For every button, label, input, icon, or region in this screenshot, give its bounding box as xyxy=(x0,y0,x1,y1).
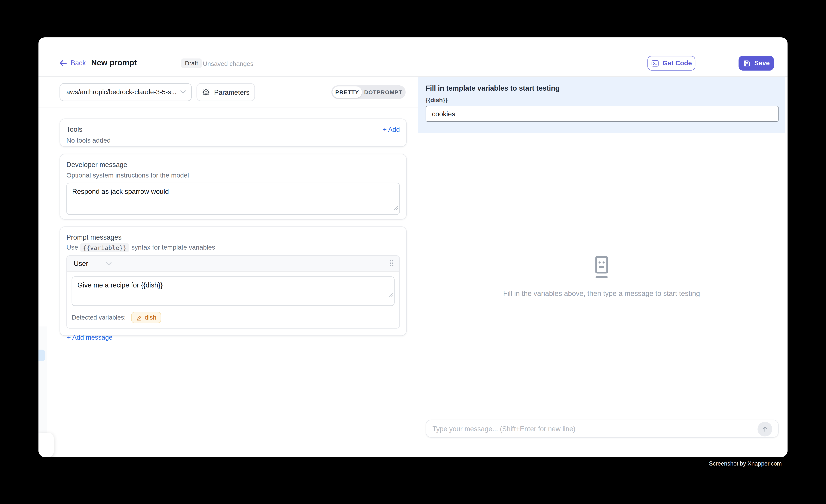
get-code-label: Get Code xyxy=(662,60,692,67)
chat-empty-state: Fill in the variables above, then type a… xyxy=(418,256,785,298)
page-title: New prompt xyxy=(91,58,137,67)
model-toolbar: aws/anthropic/bedrock-claude-3-5-s... Pa… xyxy=(39,77,418,108)
variable-name-label: {{dish}} xyxy=(426,97,777,103)
model-select[interactable]: aws/anthropic/bedrock-claude-3-5-s... xyxy=(60,83,192,101)
status-badge: Draft xyxy=(181,58,201,68)
save-button[interactable]: Save xyxy=(739,56,774,71)
detected-variables-row: Detected variables: dish xyxy=(67,311,399,328)
model-select-value: aws/anthropic/bedrock-claude-3-5-s... xyxy=(66,88,180,96)
drag-handle-icon[interactable] xyxy=(390,260,394,267)
save-icon xyxy=(743,59,751,67)
variable-value-input[interactable] xyxy=(426,106,778,122)
detected-variables-label: Detected variables: xyxy=(72,314,126,321)
prompt-messages-card: Prompt messages Use{{variable}}syntax fo… xyxy=(60,227,407,336)
chevron-down-icon xyxy=(106,261,112,265)
developer-message-textarea[interactable]: Respond as jack sparrow would xyxy=(66,183,400,215)
parameters-button[interactable]: Parameters xyxy=(196,83,255,101)
app-window: Back New prompt Draft Unsaved changes Ge… xyxy=(39,37,787,457)
tab-pretty[interactable]: PRETTY xyxy=(333,86,362,98)
syntax-suffix: syntax for template variables xyxy=(131,244,215,251)
watermark-text: Screenshot by Xnapper.com xyxy=(709,460,782,467)
syntax-prefix: Use xyxy=(66,244,78,251)
editor-pane: aws/anthropic/bedrock-claude-3-5-s... Pa… xyxy=(39,77,418,457)
chat-message-input[interactable] xyxy=(426,420,753,437)
chevron-down-icon xyxy=(180,90,186,94)
send-arrow-icon xyxy=(761,425,769,433)
template-variables-panel: Fill in template variables to start test… xyxy=(418,77,785,133)
tools-empty-text: No tools added xyxy=(66,137,400,144)
message-block: User Give me a recipe for {{dish}} De xyxy=(66,255,400,328)
parameters-label: Parameters xyxy=(214,88,249,96)
robot-icon xyxy=(591,273,612,282)
save-label: Save xyxy=(754,60,770,67)
variable-badge[interactable]: dish xyxy=(131,312,161,323)
screen: Back New prompt Draft Unsaved changes Ge… xyxy=(0,0,826,504)
tab-dotprompt[interactable]: DOTPROMPT xyxy=(362,86,405,98)
role-select[interactable]: User xyxy=(74,259,88,267)
add-tool-button[interactable]: + Add xyxy=(383,126,400,133)
terminal-icon xyxy=(651,59,659,67)
chat-input-bar xyxy=(426,420,778,437)
add-message-button[interactable]: + Add message xyxy=(67,334,112,341)
sidebar-peek-card xyxy=(39,433,54,457)
prompt-messages-title: Prompt messages xyxy=(66,233,400,241)
syntax-hint: Use{{variable}}syntax for template varia… xyxy=(66,244,400,251)
tools-card: Tools + Add No tools added xyxy=(60,118,407,147)
variable-badge-label: dish xyxy=(145,314,156,321)
pencil-icon xyxy=(136,314,142,321)
message-textarea[interactable]: Give me a recipe for {{dish}} xyxy=(72,276,395,306)
sidebar-peek-strip xyxy=(39,326,47,433)
send-button[interactable] xyxy=(758,422,772,436)
template-variables-title: Fill in template variables to start test… xyxy=(426,84,777,92)
back-label: Back xyxy=(71,59,86,67)
developer-message-title: Developer message xyxy=(66,161,400,169)
header: Back New prompt Draft Unsaved changes Ge… xyxy=(39,37,787,77)
developer-message-card: Developer message Optional system instru… xyxy=(60,154,407,219)
get-code-button[interactable]: Get Code xyxy=(647,56,695,71)
developer-message-subtitle: Optional system instructions for the mod… xyxy=(66,172,400,179)
test-pane: Fill in template variables to start test… xyxy=(418,77,787,457)
view-toggle: PRETTY DOTPROMPT xyxy=(331,85,406,99)
status-text: Unsaved changes xyxy=(203,60,253,67)
variable-syntax-chip: {{variable}} xyxy=(80,243,129,252)
back-button[interactable]: Back xyxy=(60,59,86,67)
tools-title: Tools xyxy=(66,125,82,133)
gear-icon xyxy=(202,88,211,97)
back-arrow-icon xyxy=(60,60,67,66)
message-role-row: User xyxy=(67,256,399,272)
sidebar-peek-selected-item[interactable] xyxy=(39,350,45,361)
chat-empty-text: Fill in the variables above, then type a… xyxy=(418,290,785,298)
